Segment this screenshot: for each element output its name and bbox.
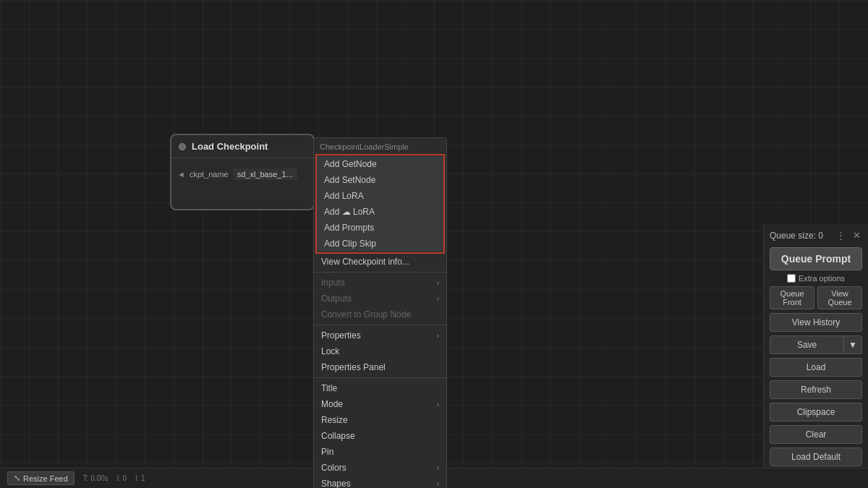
context-menu-item-title[interactable]: Title (314, 380, 446, 396)
context-menu-item-outputs[interactable]: Outputs › (314, 291, 446, 307)
node-arrow-icon: ◄ (177, 170, 185, 179)
node-title: Load Checkpoint (192, 141, 268, 152)
context-menu-item-shapes[interactable]: Shapes › (314, 476, 446, 488)
panel-header-icons: ⋮ ✕ (835, 230, 862, 241)
context-menu-item-add-getnode[interactable]: Add GetNode (317, 156, 443, 172)
context-menu-item-convert-group[interactable]: Convert to Group Node (314, 307, 446, 322)
context-menu-highlighted-section: Add GetNode Add SetNode Add LoRA Add ☁ L… (315, 154, 445, 254)
right-panel: Queue size: 0 ⋮ ✕ Queue Prompt Extra opt… (763, 224, 868, 488)
refresh-button[interactable]: Refresh (770, 380, 862, 399)
divider-2 (314, 325, 446, 325)
clear-button[interactable]: Clear (770, 425, 862, 444)
node-input-row: ◄ ckpt_name sd_xl_base_1... (177, 168, 307, 180)
context-menu-item-colors[interactable]: Colors › (314, 460, 446, 476)
queue-prompt-button[interactable]: Queue Prompt (770, 247, 862, 270)
node-input-value: sd_xl_base_1... (233, 168, 297, 180)
node-status-dot (179, 143, 186, 150)
node-header: Load Checkpoint (171, 135, 313, 158)
context-menu-item-view-checkpoint[interactable]: View Checkpoint info... (314, 254, 446, 270)
context-menu-item-inputs[interactable]: Inputs › (314, 275, 446, 291)
context-menu-item-resize[interactable]: Resize (314, 412, 446, 428)
load-button[interactable]: Load (770, 358, 862, 377)
queue-front-button[interactable]: Queue Front (770, 286, 814, 309)
queue-view-row: Queue Front View Queue (770, 286, 862, 309)
panel-header: Queue size: 0 ⋮ ✕ (770, 230, 862, 241)
resize-feed-button[interactable]: ⤡ Resize Feed (7, 471, 75, 485)
load-checkpoint-node: Load Checkpoint ◄ ckpt_name sd_xl_base_1… (170, 134, 315, 210)
context-menu-item-add-cloud-lora[interactable]: Add ☁ LoRA (317, 204, 443, 220)
extra-options-checkbox[interactable] (787, 274, 796, 283)
context-menu-item-properties-panel[interactable]: Properties Panel (314, 359, 446, 375)
context-menu-item-collapse[interactable]: Collapse (314, 428, 446, 444)
context-menu: CheckpointLoaderSimple Add GetNode Add S… (313, 137, 447, 488)
resize-feed-label: Resize Feed (23, 474, 68, 483)
submenu-arrow-shapes: › (437, 480, 439, 488)
extra-options-label: Extra options (799, 274, 845, 283)
context-menu-header: CheckpointLoaderSimple (314, 140, 446, 154)
extra-options-row: Extra options (770, 274, 862, 283)
status-t-label: T: 0.00s (83, 474, 109, 482)
context-menu-item-pin[interactable]: Pin (314, 444, 446, 460)
settings-icon-button[interactable]: ⋮ (835, 230, 847, 241)
view-history-button[interactable]: View History (770, 313, 862, 332)
context-menu-item-add-setnode[interactable]: Add SetNode (317, 172, 443, 188)
node-input-label: ckpt_name (190, 170, 229, 179)
node-body: ◄ ckpt_name sd_xl_base_1... (171, 158, 313, 209)
save-dropdown-button[interactable]: ▼ (844, 335, 862, 354)
resize-feed-icon: ⤡ (14, 474, 20, 483)
divider-3 (314, 377, 446, 378)
submenu-arrow-mode: › (437, 401, 439, 408)
context-menu-item-add-clip-skip[interactable]: Add Clip Skip (317, 236, 443, 252)
queue-size-label: Queue size: 0 (770, 231, 823, 241)
submenu-arrow-colors: › (437, 464, 439, 472)
context-menu-item-add-lora[interactable]: Add LoRA (317, 188, 443, 204)
divider-1 (314, 272, 446, 273)
status-l-label: l: 0 (117, 474, 127, 482)
status-coords-label: l: 1 (135, 474, 145, 482)
close-icon-button[interactable]: ✕ (851, 230, 862, 241)
context-menu-item-add-prompts[interactable]: Add Prompts (317, 220, 443, 236)
view-queue-button[interactable]: View Queue (817, 286, 862, 309)
context-menu-item-properties[interactable]: Properties › (314, 328, 446, 343)
submenu-arrow-outputs: › (437, 295, 439, 303)
clipspace-button[interactable]: Clipspace (770, 403, 862, 421)
submenu-arrow-inputs: › (437, 279, 439, 287)
submenu-arrow-properties: › (437, 332, 439, 340)
save-row: Save ▼ (770, 335, 862, 354)
context-menu-item-lock[interactable]: Lock (314, 343, 446, 359)
context-menu-item-mode[interactable]: Mode › (314, 396, 446, 412)
load-default-button[interactable]: Load Default (770, 448, 862, 466)
save-button[interactable]: Save (770, 335, 844, 354)
